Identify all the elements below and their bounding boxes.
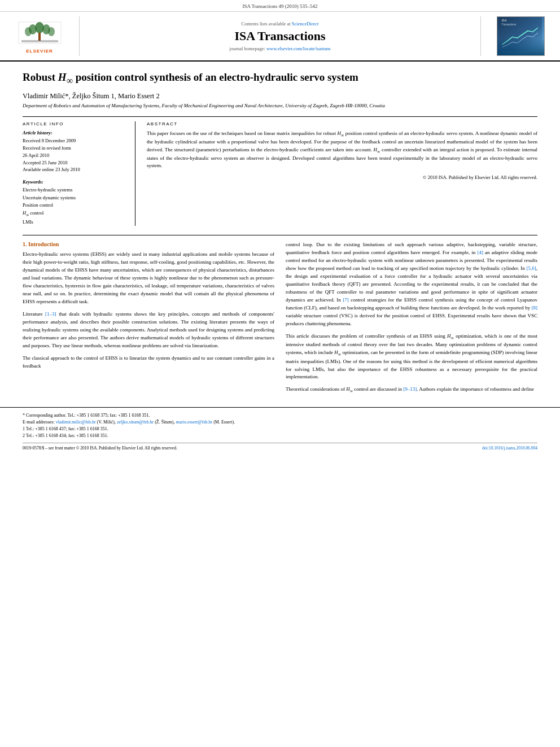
section1-heading: 1. Introduction [23, 241, 274, 247]
email2-link[interactable]: zeljko.situm@fsb.hr [117, 420, 154, 425]
body-para3: The classical approach to the control of… [23, 355, 274, 370]
journal-name: ISA Transactions [234, 29, 325, 43]
title-prefix: Robust [23, 71, 58, 83]
email-label: E-mail addresses: [23, 420, 55, 425]
article-title: Robust H∞ position control synthesis of … [23, 71, 537, 86]
ref-5-6[interactable]: [5,6] [527, 265, 536, 271]
doi-line: doi:10.1016/j.isatra.2010.06.004 [482, 445, 537, 451]
footnote-note2: 2 Tel.: +385 1 6168 434; fax: +385 1 616… [23, 433, 537, 439]
one-word: One [343, 359, 352, 364]
elsevier-text: ELSEVIER [26, 49, 53, 54]
email3-link[interactable]: mario.essert@fsb.hr [176, 420, 212, 425]
info-abstract-section: ARTICLE INFO Article history: Received 8… [23, 116, 537, 226]
doi-link[interactable]: doi:10.1016/j.isatra.2010.06.004 [482, 445, 537, 451]
title-math: H∞ [58, 71, 73, 83]
footer-bottom: 0019-0578/$ – see front matter © 2010 IS… [23, 443, 537, 451]
body-content: 1. Introduction Electro-hydraulic servo … [23, 235, 537, 399]
article-info-label: ARTICLE INFO [23, 121, 127, 126]
article-history: Article history: Received 8 December 200… [23, 130, 127, 173]
keywords-section: Keywords: Electro-hydraulic systems Unce… [23, 179, 127, 226]
keyword-1: Electro-hydraulic systems [23, 186, 127, 194]
header-left: ELSEVIER [6, 16, 73, 56]
keyword-4: H∞ control [23, 209, 127, 219]
received-date: Received 8 December 2009 [23, 137, 127, 145]
revised-date: 26 April 2010 [23, 152, 127, 159]
elsevier-logo-svg [16, 19, 64, 47]
homepage-link[interactable]: www.elsevier.com/locate/isatrans [266, 46, 331, 51]
svg-text:ISA: ISA [501, 19, 506, 22]
svg-point-6 [48, 27, 55, 36]
journal-header: ELSEVIER Contents lists available at Sci… [0, 12, 560, 62]
cover-svg: ISA Transactions [500, 16, 542, 53]
elsevier-logo: ELSEVIER [16, 19, 64, 54]
issn-line: 0019-0578/$ – see front matter © 2010 IS… [23, 445, 177, 451]
keyword-3: Position control [23, 202, 127, 209]
journal-homepage: journal homepage: www.elsevier.com/locat… [229, 46, 330, 51]
ref-4[interactable]: [4] [477, 250, 483, 255]
header-right: ISA Transactions [487, 16, 554, 56]
page-container: ISA Transactions 49 (2010) 535–542 [0, 0, 560, 747]
ref-9-13[interactable]: [9–13] [403, 386, 417, 392]
contents-available: Contents lists available at ScienceDirec… [242, 21, 319, 27]
sciencedirect-link[interactable]: ScienceDirect [292, 21, 319, 27]
email1-link[interactable]: vladimir.milic@fsb.hr [56, 420, 96, 425]
body-para-r3: Theoretical considerations of H∞ control… [286, 386, 537, 394]
footer-area: * Corresponding author. Tel.: +385 1 616… [0, 407, 560, 454]
keywords-label: Keywords: [23, 179, 127, 185]
body-para-r1: control loop. Due to the existing limita… [286, 241, 537, 327]
body-col-right: control loop. Due to the existing limita… [286, 241, 537, 399]
header-center: Contents lists available at ScienceDirec… [79, 16, 481, 56]
abstract-text: This paper focuses on the use of the tec… [147, 130, 537, 170]
svg-rect-7 [38, 33, 41, 41]
keyword-2: Uncertain dynamic systems [23, 194, 127, 202]
journal-citation: ISA Transactions 49 (2010) 535–542 [242, 3, 317, 9]
section1-number: 1. [23, 241, 27, 247]
body-para-r2: This article discusses the problem of co… [286, 333, 537, 382]
abstract-column: ABSTRACT This paper focuses on the use o… [147, 121, 537, 226]
svg-text:Transactions: Transactions [501, 23, 516, 26]
body-para1: Electro-hydraulic servo systems (EHSS) a… [23, 251, 274, 306]
main-content: Robust H∞ position control synthesis of … [0, 62, 560, 405]
authors-line: Vladimir Milić*, Željko Šitum 1, Mario E… [23, 92, 537, 101]
ref-8[interactable]: [8] [532, 305, 538, 311]
available-date: Available online 23 July 2010 [23, 166, 127, 173]
accepted-date: Accepted 25 June 2010 [23, 159, 127, 167]
history-label: Article history: [23, 130, 127, 136]
ref-1-3[interactable]: [1–3] [45, 311, 56, 317]
abstract-label: ABSTRACT [147, 121, 537, 126]
footnote-note1: 1 Tel.: +385 1 6168 437; fax: +385 1 616… [23, 426, 537, 433]
copyright-line: © 2010 ISA. Published by Elsevier Ltd. A… [147, 174, 537, 180]
revised-label: Received in revised form [23, 145, 127, 152]
article-info-column: ARTICLE INFO Article history: Received 8… [23, 121, 135, 226]
affiliation-line: Department of Robotics and Automation of… [23, 103, 537, 108]
body-col-left: 1. Introduction Electro-hydraulic servo … [23, 241, 274, 399]
svg-point-5 [25, 27, 32, 36]
footnote-emails: E-mail addresses: vladimir.milic@fsb.hr … [23, 419, 537, 426]
journal-top-bar: ISA Transactions 49 (2010) 535–542 [0, 0, 560, 12]
title-suffix: position control synthesis of an electro… [73, 71, 358, 83]
keyword-5: LMIs [23, 219, 127, 226]
journal-cover-image: ISA Transactions [497, 16, 545, 56]
body-para2: Literature [1–3] that deals with hydraul… [23, 311, 274, 350]
footnote-corresponding: * Corresponding author. Tel.: +385 1 616… [23, 412, 537, 419]
ref-7[interactable]: [7] [343, 297, 349, 303]
section1-title: Introduction [28, 241, 59, 247]
